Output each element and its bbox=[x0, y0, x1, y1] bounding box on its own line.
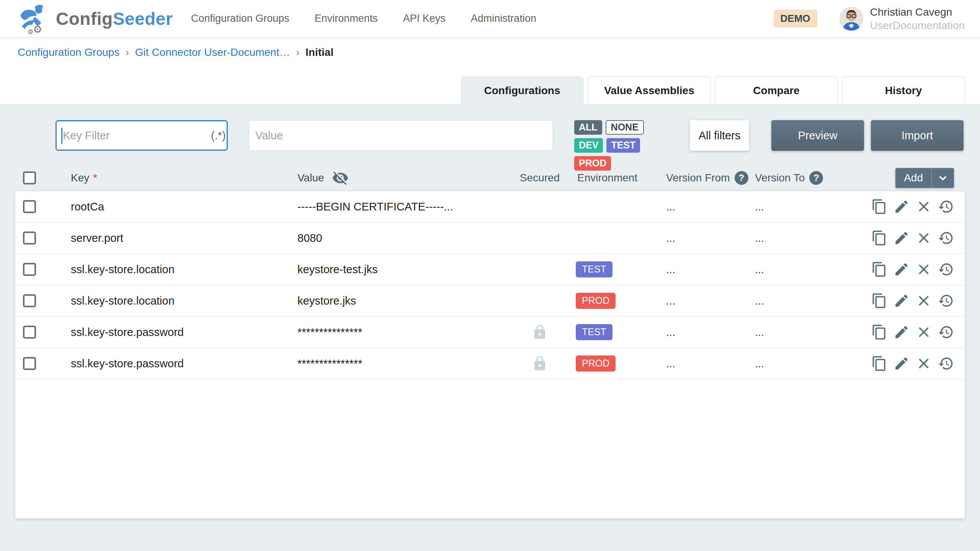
version-from-cell: ... bbox=[658, 357, 748, 370]
user-name: Christian Cavegn bbox=[870, 5, 965, 19]
history-icon[interactable] bbox=[938, 293, 954, 309]
row-checkbox[interactable] bbox=[23, 294, 36, 307]
history-icon[interactable] bbox=[938, 261, 954, 277]
column-header-version-from: Version From ? bbox=[658, 171, 748, 185]
edit-icon[interactable] bbox=[893, 261, 910, 277]
row-checkbox[interactable] bbox=[23, 263, 36, 276]
copy-icon[interactable] bbox=[871, 324, 887, 340]
version-from-cell: ... bbox=[658, 295, 748, 307]
copy-icon[interactable] bbox=[871, 230, 887, 246]
key-filter-input[interactable] bbox=[57, 129, 211, 142]
version-from-help-icon[interactable]: ? bbox=[735, 171, 748, 185]
row-actions bbox=[836, 261, 965, 277]
all-filters-button[interactable]: All filters bbox=[690, 120, 749, 151]
version-from-cell: ... bbox=[658, 232, 748, 245]
copy-icon[interactable] bbox=[871, 261, 887, 277]
tab-compare[interactable]: Compare bbox=[715, 77, 838, 104]
required-marker: * bbox=[93, 172, 97, 184]
env-chip-test[interactable]: TEST bbox=[606, 138, 640, 153]
env-chip-none[interactable]: NONE bbox=[606, 120, 644, 135]
edit-icon[interactable] bbox=[893, 230, 910, 246]
tab-configurations[interactable]: Configurations bbox=[461, 77, 583, 104]
column-header-secured: Secured bbox=[509, 172, 570, 184]
copy-icon[interactable] bbox=[871, 199, 887, 215]
env-chip-all[interactable]: ALL bbox=[574, 120, 602, 135]
nav-item-configuration-groups[interactable]: Configuration Groups bbox=[191, 13, 289, 24]
row-checkbox[interactable] bbox=[23, 200, 36, 213]
app-logo[interactable]: ⚙ ⚙ ConfigSeeder bbox=[18, 3, 173, 34]
value-filter-input[interactable] bbox=[249, 129, 553, 142]
nav-item-api-keys[interactable]: API Keys bbox=[403, 13, 446, 24]
edit-icon[interactable] bbox=[893, 355, 910, 372]
row-checkbox[interactable] bbox=[23, 357, 36, 370]
edit-icon[interactable] bbox=[893, 324, 910, 340]
history-icon[interactable] bbox=[938, 324, 954, 340]
chevron-down-icon bbox=[936, 171, 949, 184]
add-button[interactable]: Add bbox=[895, 168, 954, 188]
table-row: ssl.key-store.password *************** T… bbox=[15, 317, 965, 348]
tab-value-assemblies[interactable]: Value Assemblies bbox=[588, 77, 710, 104]
toggle-value-visibility-icon[interactable] bbox=[332, 170, 349, 186]
configurations-table: rootCa -----BEGIN CERTIFICATE-----... ..… bbox=[15, 191, 965, 518]
lock-icon bbox=[532, 355, 548, 372]
avatar[interactable] bbox=[840, 7, 863, 31]
value-cell: -----BEGIN CERTIFICATE-----... bbox=[297, 201, 509, 213]
user-block[interactable]: Christian Cavegn UserDocumentation bbox=[870, 5, 965, 32]
row-checkbox[interactable] bbox=[23, 326, 36, 339]
edit-icon[interactable] bbox=[893, 293, 910, 309]
env-chip-prod[interactable]: PROD bbox=[574, 156, 611, 171]
delete-icon[interactable] bbox=[916, 230, 932, 246]
svg-text:⚙: ⚙ bbox=[28, 28, 34, 34]
version-to-cell: ... bbox=[748, 295, 836, 307]
table-header: Key * Value Secured Environment Version … bbox=[15, 165, 965, 191]
delete-icon[interactable] bbox=[916, 199, 932, 215]
add-dropdown-toggle[interactable] bbox=[931, 168, 954, 188]
preview-button[interactable]: Preview bbox=[771, 120, 864, 151]
history-icon[interactable] bbox=[938, 230, 954, 246]
version-to-help-icon[interactable]: ? bbox=[809, 171, 823, 185]
table-row: rootCa -----BEGIN CERTIFICATE-----... ..… bbox=[15, 191, 965, 223]
value-filter-field bbox=[249, 120, 553, 151]
table-row: server.port 8080 ... ... bbox=[15, 223, 965, 254]
history-icon[interactable] bbox=[938, 199, 954, 215]
breadcrumb-current: Initial bbox=[305, 46, 333, 59]
delete-icon[interactable] bbox=[916, 324, 932, 340]
version-to-cell: ... bbox=[748, 263, 836, 276]
copy-icon[interactable] bbox=[871, 355, 887, 372]
value-cell: *************** bbox=[297, 357, 509, 370]
delete-icon[interactable] bbox=[916, 261, 932, 277]
delete-icon[interactable] bbox=[916, 293, 932, 309]
import-button[interactable]: Import bbox=[871, 120, 964, 151]
column-header-version-to: Version To ? bbox=[748, 171, 836, 185]
secured-cell bbox=[509, 355, 570, 372]
lock-icon bbox=[532, 324, 548, 340]
nav-item-environments[interactable]: Environments bbox=[315, 13, 378, 24]
tabs: ConfigurationsValue AssembliesCompareHis… bbox=[461, 77, 965, 104]
add-button-label: Add bbox=[895, 168, 931, 188]
edit-icon[interactable] bbox=[893, 199, 910, 215]
env-chip-dev[interactable]: DEV bbox=[574, 138, 603, 153]
column-header-actions: Add bbox=[836, 168, 965, 188]
history-icon[interactable] bbox=[938, 355, 954, 372]
delete-icon[interactable] bbox=[916, 355, 932, 372]
nav-item-administration[interactable]: Administration bbox=[471, 13, 536, 24]
version-from-cell: ... bbox=[658, 201, 748, 213]
row-checkbox[interactable] bbox=[23, 231, 36, 245]
breadcrumb-link-configuration-groups[interactable]: Configuration Groups bbox=[18, 46, 119, 59]
table-row: ssl.key-store.location keystore-test.jks… bbox=[15, 254, 965, 285]
breadcrumb: Configuration Groups › Git Connector Use… bbox=[0, 37, 980, 59]
content-panel: (.*) ALLNONEDEVTESTPROD All filters Prev… bbox=[0, 104, 980, 551]
breadcrumb-link-configuration-group[interactable]: Git Connector User-Document… bbox=[135, 46, 290, 59]
version-to-cell: ... bbox=[748, 232, 836, 245]
configseeder-logo-icon: ⚙ ⚙ bbox=[18, 3, 51, 34]
environment-cell: PROD bbox=[570, 293, 658, 309]
secured-cell bbox=[509, 324, 570, 340]
row-actions bbox=[836, 293, 965, 309]
environment-badge-prod: PROD bbox=[576, 355, 616, 372]
copy-icon[interactable] bbox=[871, 293, 887, 309]
main-nav: Configuration GroupsEnvironmentsAPI Keys… bbox=[191, 13, 536, 24]
version-from-cell: ... bbox=[658, 326, 748, 339]
value-cell: keystore-test.jks bbox=[297, 263, 509, 276]
tab-history[interactable]: History bbox=[842, 77, 965, 104]
select-all-checkbox[interactable] bbox=[23, 171, 36, 184]
